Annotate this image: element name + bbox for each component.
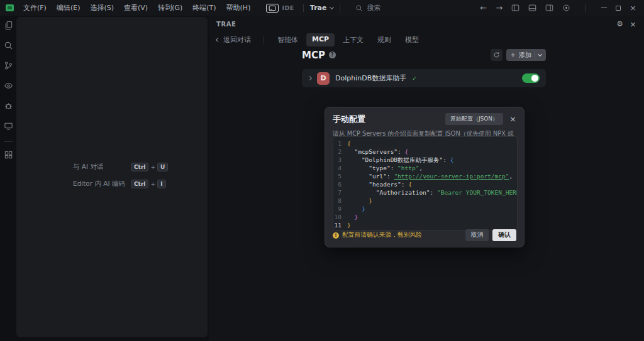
remote-window-icon[interactable]	[4, 121, 13, 133]
expand-chevron-icon[interactable]	[308, 76, 312, 80]
menu-item[interactable]: 选择(S)	[86, 1, 118, 14]
divider	[586, 4, 586, 12]
trae-logo-icon	[6, 4, 14, 11]
tab-MCP[interactable]: MCP	[306, 33, 335, 46]
confirm-button[interactable]: 确认	[492, 229, 516, 241]
plus-icon: +	[511, 51, 516, 58]
menu-item[interactable]: 终端(T)	[188, 1, 220, 14]
warning-icon: !	[333, 232, 339, 239]
tab-模型[interactable]: 模型	[399, 33, 425, 46]
back-label: 返回对话	[223, 35, 251, 45]
line-number: 8	[333, 197, 347, 205]
key-cap: Ctrl	[131, 180, 148, 188]
source-control-icon[interactable]	[4, 61, 13, 73]
modal-title: 手动配置	[333, 114, 365, 125]
plus-separator: +	[150, 164, 155, 170]
layout-sidebar-right-icon[interactable]	[545, 4, 553, 12]
window-close-button[interactable]: ×	[630, 4, 636, 12]
chevron-down-icon	[538, 52, 542, 57]
mcp-server-row[interactable]: D DolphinDB数据库助手 ✓	[302, 69, 546, 87]
divider	[535, 51, 535, 58]
back-to-chat-button[interactable]: 返回对话	[216, 35, 251, 45]
chat-mode-icon[interactable]	[266, 4, 279, 13]
activity-bar	[0, 16, 16, 341]
shortcut-label: 与 AI 对话	[73, 163, 131, 171]
raw-config-json-button[interactable]: 原始配置（JSON）	[445, 113, 503, 125]
window-maximize-button[interactable]	[616, 6, 621, 11]
main-area: 与 AI 对话Ctrl+UEditor 内 AI 编码Ctrl+I TRAE ⚙…	[0, 16, 644, 341]
debug-icon[interactable]	[4, 101, 13, 113]
warning-text: 配置前请确认来源，甄别风险	[342, 231, 422, 239]
code-line: 2 "mcpServers": {	[333, 148, 517, 156]
workspace-name: Trae	[310, 4, 327, 12]
code-line: 7 "Authorization": "Bearer YOUR_TOKEN_HE…	[333, 188, 517, 197]
server-enable-toggle[interactable]	[522, 73, 540, 83]
shortcut-label: Editor 内 AI 编码	[73, 180, 131, 188]
menu-item[interactable]: 编辑(E)	[52, 1, 85, 14]
line-number: 11	[333, 221, 347, 229]
page-title: MCP	[302, 50, 325, 61]
json-config-editor[interactable]: 1{2 "mcpServers": {3 "DolphinDB数据库助手服务":…	[333, 136, 518, 230]
settings-gear-icon[interactable]: ⚙	[616, 19, 623, 28]
titlebar: 文件(F)编辑(E)选择(S)查看(V)转到(G)终端(T)帮助(H) IDE …	[0, 0, 644, 16]
code-line: 4 "type": "http",	[333, 164, 517, 172]
code-line: 6 "headers": {	[333, 180, 517, 188]
code-line: 1{	[333, 139, 517, 148]
divider	[340, 4, 340, 12]
code-line: 11}	[333, 221, 517, 229]
layout-sidebar-left-icon[interactable]	[511, 4, 519, 12]
search-input[interactable]: 搜索	[355, 3, 380, 13]
mode-toggle[interactable]: IDE	[264, 3, 296, 13]
files-icon[interactable]	[4, 21, 13, 33]
layout-panel-icon[interactable]	[528, 4, 536, 12]
tab-规则[interactable]: 规则	[372, 33, 397, 46]
search-icon	[355, 4, 363, 12]
line-number: 10	[333, 213, 347, 221]
workspace-dropdown[interactable]: Trae	[310, 4, 334, 12]
manual-config-modal: 手动配置 原始配置（JSON） × 请从 MCP Servers 的介绍页面复制…	[325, 107, 525, 247]
menubar: 文件(F)编辑(E)选择(S)查看(V)转到(G)终端(T)帮助(H)	[19, 1, 255, 14]
check-icon: ✓	[412, 75, 417, 82]
line-number: 3	[333, 156, 347, 164]
panel-close-icon[interactable]: ×	[630, 20, 636, 28]
chevron-down-icon	[330, 5, 334, 9]
line-number: 2	[333, 148, 347, 156]
shortcut-hint: 与 AI 对话Ctrl+U	[73, 163, 168, 171]
server-avatar: D	[317, 72, 330, 85]
cancel-button[interactable]: 取消	[465, 229, 489, 241]
code-line: 8 }	[333, 197, 517, 205]
divider	[4, 141, 13, 142]
add-mcp-button[interactable]: + 添加	[506, 49, 546, 61]
refresh-button[interactable]	[491, 49, 502, 61]
tab-上下文[interactable]: 上下文	[337, 33, 369, 46]
nav-forward-button[interactable]: →	[496, 3, 502, 13]
tab-智能体[interactable]: 智能体	[272, 33, 304, 46]
menu-item[interactable]: 查看(V)	[119, 1, 152, 14]
divider	[303, 4, 304, 12]
editor-shortcut-hints: 与 AI 对话Ctrl+UEditor 内 AI 编码Ctrl+I	[73, 163, 168, 188]
info-icon[interactable]: ?	[329, 51, 336, 58]
nav-back-button[interactable]: ←	[480, 3, 487, 13]
code-line: 5 "url": "http://your-server-ip:port/mcp…	[333, 172, 517, 180]
code-line: 9 }	[333, 205, 517, 213]
ide-mode-label[interactable]: IDE	[282, 4, 294, 11]
window-minimize-button[interactable]	[601, 8, 607, 8]
key-cap: U	[157, 163, 168, 171]
editor-area[interactable]: 与 AI 对话Ctrl+UEditor 内 AI 编码Ctrl+I	[16, 17, 208, 337]
line-number: 7	[333, 188, 347, 197]
search-icon[interactable]	[4, 41, 13, 53]
key-cap: Ctrl	[131, 163, 148, 171]
line-number: 9	[333, 205, 347, 213]
menu-item[interactable]: 文件(F)	[19, 1, 51, 14]
extensions-icon[interactable]	[4, 150, 13, 162]
menu-item[interactable]: 帮助(H)	[222, 1, 255, 14]
menu-item[interactable]: 转到(G)	[153, 1, 187, 14]
mcp-content: MCP ? + 添加 D DolphinDB数据库助手	[302, 49, 546, 87]
panel-tab-bar: 返回对话 智能体MCP上下文规则模型	[209, 32, 644, 47]
customize-layout-icon[interactable]	[562, 4, 570, 12]
panel-header: TRAE ⚙ ×	[209, 16, 644, 32]
line-number: 1	[333, 139, 347, 148]
eye-icon[interactable]	[4, 81, 13, 93]
shortcut-hint: Editor 内 AI 编码Ctrl+I	[73, 180, 168, 188]
modal-close-icon[interactable]: ×	[509, 115, 516, 123]
